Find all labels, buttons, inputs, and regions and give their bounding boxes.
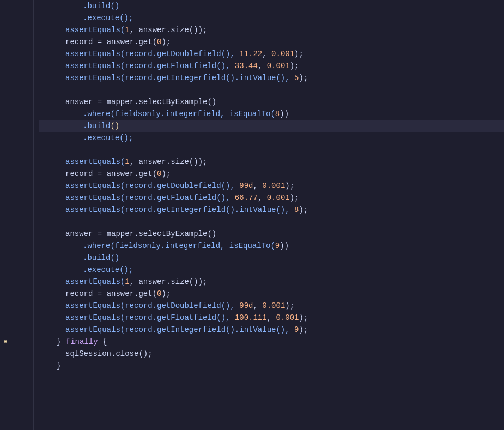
token: 0.001	[267, 60, 290, 72]
token: .execute();	[83, 132, 133, 144]
token: =	[93, 36, 106, 48]
token: =	[93, 96, 106, 108]
token: 0.001	[276, 312, 299, 324]
gutter-line	[0, 60, 27, 72]
token: record	[65, 168, 93, 180]
token: );	[290, 192, 299, 204]
token: =	[93, 288, 106, 300]
code-line: assertEquals(record.getIntegerfield().in…	[39, 324, 504, 336]
code-line: assertEquals(1, answer.size());	[39, 24, 504, 36]
code-line: assertEquals(record.getDoublefield(), 11…	[39, 48, 504, 60]
code-line: assertEquals(record.getFloatfield(), 33.…	[39, 60, 504, 72]
gutter-line	[0, 156, 27, 168]
token: 1	[125, 24, 129, 36]
gutter-line	[0, 204, 27, 216]
token: );	[299, 72, 308, 84]
token: }	[57, 360, 61, 372]
token: 5	[294, 72, 299, 84]
token: mapper.selectByExample()	[107, 96, 217, 108]
token: 8	[275, 108, 280, 120]
token: ,	[258, 60, 267, 72]
token: 9	[294, 324, 299, 336]
code-line: .execute();	[39, 12, 504, 24]
code-line	[39, 84, 504, 96]
gutter-line	[0, 312, 27, 324]
token: 0	[157, 288, 161, 300]
token: 33.44	[235, 60, 258, 72]
token: 99d	[239, 180, 253, 192]
code-line: assertEquals(1, answer.size());	[39, 156, 504, 168]
code-line: .build()	[39, 0, 504, 12]
token: mapper.selectByExample()	[107, 228, 217, 240]
token: 9	[275, 240, 280, 252]
gutter-line	[0, 12, 27, 24]
token: .where(fieldsonly.integerfield, isEqualT…	[83, 240, 275, 252]
token: answer.get(	[107, 288, 157, 300]
token: assertEquals(record.getDoublefield(),	[65, 300, 239, 312]
gutter-line	[0, 276, 27, 288]
code-line: assertEquals(record.getDoublefield(), 99…	[39, 180, 504, 192]
code-line: assertEquals(record.getFloatfield(), 66.…	[39, 192, 504, 204]
gutter-line	[0, 180, 27, 192]
token: ,	[253, 180, 262, 192]
token: finally	[66, 336, 98, 348]
token: );	[161, 168, 171, 180]
token: );	[299, 312, 308, 324]
gutter-line	[0, 192, 27, 204]
gutter-line	[0, 0, 27, 12]
code-line: }	[39, 360, 504, 372]
token: answer	[65, 96, 93, 108]
token: assertEquals(record.getFloatfield(),	[65, 192, 235, 204]
token: 1	[125, 156, 129, 168]
code-line: record = answer.get(0);	[39, 288, 504, 300]
token: 66.77	[235, 192, 258, 204]
code-line: record = answer.get(0);	[39, 168, 504, 180]
token: assertEquals(record.getFloatfield(),	[65, 60, 235, 72]
code-line: assertEquals(record.getIntegerfield().in…	[39, 72, 504, 84]
code-line	[39, 144, 504, 156]
token: );	[299, 204, 308, 216]
token: .build()	[83, 252, 119, 264]
token: 0	[157, 168, 161, 180]
token: 0.001	[262, 300, 285, 312]
token: );	[161, 288, 171, 300]
token: assertEquals(record.getDoublefield(),	[65, 180, 239, 192]
editor: ◉ .build().execute();assertEquals(1, ans…	[0, 0, 504, 430]
token: assertEquals(record.getIntegerfield().in…	[65, 204, 294, 216]
gutter-line	[0, 108, 27, 120]
code-line: .execute();	[39, 132, 504, 144]
line-numbers: ◉	[0, 0, 33, 430]
gutter-line	[0, 132, 27, 144]
gutter-line	[0, 348, 27, 360]
token: );	[285, 300, 294, 312]
token: assertEquals(	[65, 276, 125, 288]
token: 0	[157, 36, 161, 48]
token: 0.001	[262, 180, 285, 192]
gutter-line	[0, 168, 27, 180]
token: record	[65, 288, 93, 300]
code-line	[39, 216, 504, 228]
code-line: .where(fieldsonly.integerfield, isEqualT…	[39, 108, 504, 120]
token: (	[110, 120, 114, 132]
token: );	[285, 180, 294, 192]
gutter-line	[0, 288, 27, 300]
token: assertEquals(	[65, 24, 125, 36]
code-line: .where(fieldsonly.integerfield, isEqualT…	[39, 240, 504, 252]
token: , answer.size());	[130, 276, 208, 288]
gutter-line	[0, 300, 27, 312]
gutter-line	[0, 216, 27, 228]
token: .build	[83, 120, 110, 132]
gutter-line	[0, 144, 27, 156]
code-line: answer = mapper.selectByExample()	[39, 228, 504, 240]
token: answer.get(	[107, 36, 157, 48]
gutter-line	[0, 96, 27, 108]
token: assertEquals(record.getIntegerfield().in…	[65, 72, 294, 84]
token: 0.001	[271, 48, 294, 60]
token: ,	[267, 312, 276, 324]
token: )	[115, 120, 119, 132]
gutter-line	[0, 228, 27, 240]
code-line: .build()	[39, 252, 504, 264]
token: 100.111	[235, 312, 267, 324]
token: }	[57, 336, 66, 348]
gutter-line	[0, 360, 27, 372]
